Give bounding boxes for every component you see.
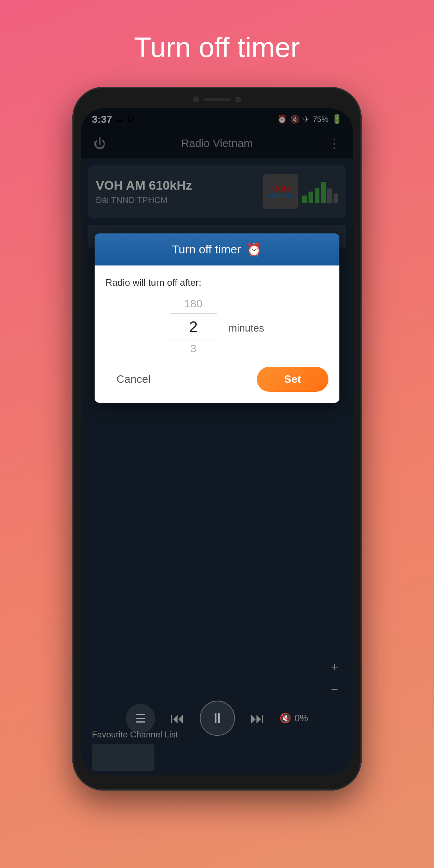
dialog-header: Turn off timer ⏰: [95, 233, 339, 265]
page-title: Turn off timer: [134, 31, 300, 63]
timer-picker: 180 2 3 minutes: [106, 298, 328, 355]
dialog-body: Radio will turn off after: 180 2 3 minut…: [95, 265, 339, 403]
volume-up-button[interactable]: +: [331, 660, 338, 674]
favourites-label: Favourite Channel List: [92, 730, 342, 740]
volume-display: 🔇 0%: [280, 713, 308, 724]
volume-down-button[interactable]: −: [331, 682, 338, 697]
notch-front-sensor: [235, 97, 241, 102]
volume-level: 0%: [294, 713, 308, 724]
spinner-above-value: 180: [170, 298, 217, 314]
set-button[interactable]: Set: [257, 367, 329, 392]
dialog-actions: Cancel Set: [106, 367, 328, 392]
pause-icon: ⏸: [210, 710, 224, 726]
dialog-alarm-icon: ⏰: [246, 242, 262, 257]
phone-notch: [182, 94, 252, 105]
favourites-section: Favourite Channel List: [81, 726, 353, 775]
cancel-button[interactable]: Cancel: [106, 368, 161, 391]
volume-adjustment: + −: [331, 660, 338, 697]
volume-icon: 🔇: [280, 713, 291, 724]
timer-spinner[interactable]: 180 2 3: [170, 298, 217, 355]
dialog-title: Turn off timer: [172, 243, 241, 256]
list-icon: ☰: [135, 712, 146, 725]
spinner-current-value: 2: [170, 314, 217, 339]
phone-frame: 3:37 ▬ 🖼 ⏰ 🔇 ✈ 75% 🔋 ⏻ Radio Vietnam ⋮ V…: [72, 87, 362, 791]
dialog-overlay: Turn off timer ⏰ Radio will turn off aft…: [81, 108, 353, 775]
favourite-channel-item[interactable]: [92, 744, 154, 771]
phone-screen: 3:37 ▬ 🖼 ⏰ 🔇 ✈ 75% 🔋 ⏻ Radio Vietnam ⋮ V…: [81, 108, 353, 775]
turn-off-timer-dialog: Turn off timer ⏰ Radio will turn off aft…: [95, 233, 339, 403]
spinner-below-value: 3: [170, 339, 217, 355]
notch-speaker: [203, 98, 231, 101]
timer-unit-label: minutes: [228, 322, 264, 334]
dialog-description: Radio will turn off after:: [106, 277, 328, 288]
notch-camera: [193, 97, 199, 102]
next-button[interactable]: ⏭: [250, 710, 265, 727]
prev-button[interactable]: ⏮: [170, 710, 185, 727]
